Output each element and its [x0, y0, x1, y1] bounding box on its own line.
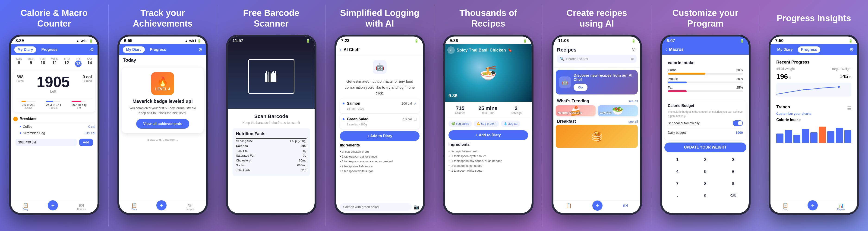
- settings-icon-8[interactable]: ⚙: [849, 47, 854, 52]
- num-7[interactable]: 7: [664, 179, 690, 189]
- plus-nav-2[interactable]: +: [156, 202, 166, 211]
- plus-icon-2[interactable]: +: [156, 200, 166, 210]
- low-cal-name: Low Cal: [600, 111, 611, 114]
- ai-input-field[interactable]: Salmon with green salad: [340, 203, 412, 211]
- num-0[interactable]: 0: [692, 191, 718, 201]
- customize-charts-link[interactable]: Customize your charts: [776, 112, 851, 116]
- add-to-diary-button[interactable]: + Add to Diary: [340, 131, 420, 141]
- breakfast-image[interactable]: 🥞: [556, 125, 638, 148]
- num-1[interactable]: 1: [664, 155, 690, 165]
- ai-description: Get estimated nutrition facts for any fo…: [336, 79, 423, 96]
- coffee-item[interactable]: Coffee 0 cal: [13, 123, 95, 130]
- phone-8: 7:50 🔋 My Diary Progress ⚙ Recent Progre…: [769, 35, 859, 215]
- list-icon[interactable]: ☰: [847, 106, 851, 111]
- bookmark-icon[interactable]: 🔖: [508, 48, 513, 52]
- diary-nav-6[interactable]: 📋: [566, 203, 572, 211]
- num-8[interactable]: 8: [692, 179, 718, 189]
- cal-mon[interactable]: MON9: [28, 57, 34, 67]
- time-5: 9:36: [450, 38, 458, 43]
- num-2[interactable]: 2: [692, 155, 718, 165]
- diary-nav[interactable]: 📋 Diary: [23, 202, 29, 211]
- plus-icon[interactable]: +: [48, 200, 58, 210]
- cal-tue[interactable]: TUE10: [40, 57, 46, 67]
- ing-1: • ¾ cup chicken broth: [340, 149, 420, 154]
- progress-tab-2[interactable]: Progress: [147, 46, 169, 53]
- bl7: [272, 72, 273, 82]
- num-9[interactable]: 9: [720, 179, 746, 189]
- plus-icon-8[interactable]: +: [808, 200, 818, 210]
- salmon-row: Salmon 206 cal ✓: [343, 102, 417, 106]
- egg-item[interactable]: Scrambled Egg 319 cal: [13, 130, 95, 136]
- footer-text: it was and Anna from...: [119, 136, 206, 144]
- calories-stat: 715 Calories: [455, 105, 465, 115]
- see-all-link[interactable]: see all: [628, 99, 638, 103]
- settings-icon[interactable]: ⚙: [90, 47, 94, 52]
- recipe-ing-1: ¾ cup chicken broth: [448, 149, 528, 154]
- add-button[interactable]: Add: [79, 139, 93, 146]
- salad-dot: [343, 118, 344, 120]
- cal-thu[interactable]: THU12: [63, 57, 70, 67]
- nut-sodium: Sodium660mg: [236, 163, 307, 168]
- progress-tab[interactable]: Progress: [38, 46, 60, 53]
- reports-nav-8[interactable]: 📊 Reports: [837, 202, 845, 211]
- num-dot[interactable]: .: [664, 191, 690, 201]
- status-bar-1: 8:29 ▲ WiFi 🔋: [11, 37, 97, 44]
- calories-num: 715: [455, 105, 465, 111]
- recipes-nav-2[interactable]: 🍽 Recipes: [186, 202, 194, 211]
- camera-icon[interactable]: 📷: [414, 204, 420, 210]
- healthy-desserts-card[interactable]: 🍰 Healthy Desserts: [556, 105, 596, 116]
- breakfast-see-all[interactable]: see all: [628, 120, 638, 123]
- num-4[interactable]: 4: [664, 166, 690, 177]
- scan-frame: [248, 59, 294, 94]
- recipes-header: Recipes ♡ 🔍 Search recipes ⊞: [553, 44, 640, 68]
- low-cal-card[interactable]: 🥗 Low Cal: [598, 105, 638, 116]
- go-button[interactable]: Go: [574, 84, 587, 91]
- update-weight-button[interactable]: UPDATE YOUR WEIGHT: [664, 143, 746, 152]
- phone-5: 9:36 🔋 🍜 ‹ Spicy Thai Basil Chicken 🔖 9.…: [443, 35, 533, 215]
- filter-icon[interactable]: ⊞: [631, 57, 634, 61]
- salmon-name: Salmon: [347, 102, 401, 106]
- bl10: [275, 71, 276, 82]
- cal-wed[interactable]: WED11: [51, 57, 58, 67]
- progress-tab-8[interactable]: Progress: [798, 46, 820, 53]
- cal-sun[interactable]: SUN8: [16, 57, 22, 67]
- diary-nav-2[interactable]: 📋 Diary: [131, 202, 137, 211]
- signal-icon-2: ▲: [185, 39, 188, 43]
- phone-3-screen: 11:57 🔋: [228, 37, 315, 213]
- num-6[interactable]: 6: [720, 166, 746, 177]
- num-5[interactable]: 5: [692, 166, 718, 177]
- cal-fri[interactable]: FRI13: [75, 57, 82, 67]
- nutrition-box: Nutrition Facts Serving Size1 cup (228g)…: [232, 128, 310, 176]
- toggle-switch[interactable]: [733, 120, 743, 126]
- bl9: [274, 73, 275, 82]
- my-diary-tab[interactable]: My Diary: [14, 46, 36, 53]
- plus-nav-8[interactable]: +: [808, 202, 818, 211]
- macros-title: calorie intake: [668, 61, 743, 65]
- search-icon-6: 🔍: [560, 56, 564, 61]
- view-achievements-button[interactable]: View all achievements: [136, 119, 189, 129]
- heart-icon[interactable]: ♡: [632, 47, 637, 53]
- plus-nav[interactable]: +: [48, 202, 58, 211]
- diary-nav-8[interactable]: 📋 Diary: [782, 202, 788, 211]
- bar-7: [827, 131, 834, 143]
- add-recipe-diary-button[interactable]: + Add to Diary: [448, 130, 528, 140]
- settings-icon-2[interactable]: ⚙: [198, 47, 203, 52]
- my-diary-tab-8[interactable]: My Diary: [774, 46, 796, 53]
- search-bar[interactable]: 🔍 Search recipes ⊞: [557, 55, 637, 63]
- num-backspace[interactable]: ⌫: [720, 191, 746, 201]
- drop-icon: 💧: [504, 122, 507, 125]
- nutrition-title: Nutrition Facts: [236, 131, 307, 139]
- ai-discover-card: 🤖 Discover new recipes from our AI Chef …: [556, 70, 638, 94]
- num-3[interactable]: 3: [720, 155, 746, 165]
- back-btn-7[interactable]: ‹: [665, 46, 667, 52]
- back-arrow-4[interactable]: ‹: [340, 46, 342, 53]
- recipes-nav-6[interactable]: 🍽: [623, 203, 627, 211]
- plus-nav-6[interactable]: +: [592, 203, 602, 211]
- cal-sat[interactable]: SAT14: [87, 57, 92, 67]
- recipes-nav[interactable]: 🍽 Recipes: [77, 202, 86, 211]
- my-diary-tab-2[interactable]: My Diary: [123, 46, 145, 53]
- recipe-back-btn[interactable]: ‹: [447, 46, 455, 54]
- bottom-nav-1: 📋 Diary + 🍽 Recipes: [11, 200, 97, 213]
- plus-icon-6[interactable]: +: [592, 200, 602, 211]
- breakfast-icon: [13, 117, 18, 121]
